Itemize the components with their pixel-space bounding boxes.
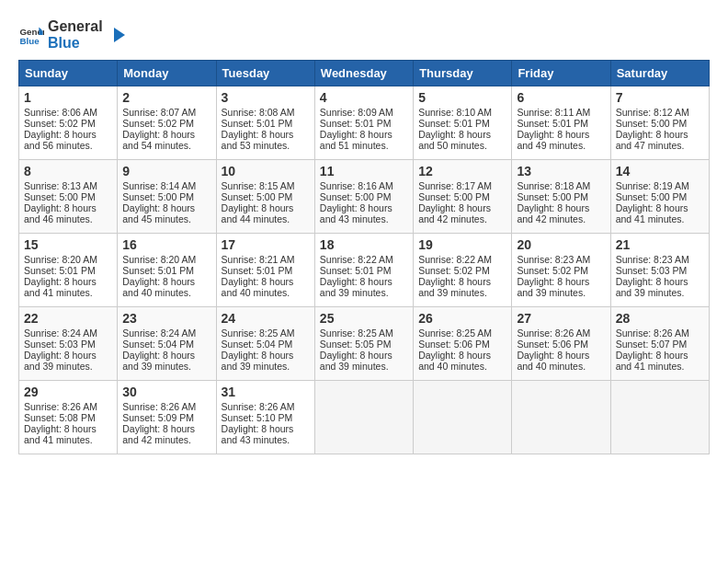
daylight-text: Daylight: 8 hours and 40 minutes. xyxy=(222,276,294,298)
day-number: 20 xyxy=(517,237,605,252)
sunset-text: Sunset: 5:02 PM xyxy=(122,118,194,129)
col-header-monday: Monday xyxy=(118,61,216,86)
sunset-text: Sunset: 5:01 PM xyxy=(222,265,293,276)
sunrise-text: Sunrise: 8:12 AM xyxy=(616,107,689,118)
day-number: 25 xyxy=(320,311,408,326)
daylight-text: Daylight: 8 hours and 41 minutes. xyxy=(24,423,97,445)
daylight-text: Daylight: 8 hours and 53 minutes. xyxy=(222,129,294,151)
sunrise-text: Sunrise: 8:11 AM xyxy=(517,107,590,118)
sunrise-text: Sunrise: 8:20 AM xyxy=(122,254,196,265)
sunrise-text: Sunrise: 8:22 AM xyxy=(320,254,393,265)
daylight-text: Daylight: 8 hours and 39 minutes. xyxy=(122,350,195,372)
logo-blue: Blue xyxy=(48,35,103,52)
day-number: 2 xyxy=(122,90,210,105)
sunset-text: Sunset: 5:02 PM xyxy=(517,265,588,276)
sunrise-text: Sunrise: 8:26 AM xyxy=(517,327,590,339)
calendar-cell: 21Sunrise: 8:23 AMSunset: 5:03 PMDayligh… xyxy=(610,234,709,307)
sunset-text: Sunset: 5:06 PM xyxy=(418,339,490,350)
calendar-week-row: 22Sunrise: 8:24 AMSunset: 5:03 PMDayligh… xyxy=(19,307,710,381)
sunset-text: Sunset: 5:01 PM xyxy=(320,118,392,129)
sunset-text: Sunset: 5:06 PM xyxy=(517,339,588,350)
calendar-cell: 27Sunrise: 8:26 AMSunset: 5:06 PMDayligh… xyxy=(512,307,610,381)
col-header-tuesday: Tuesday xyxy=(216,61,314,86)
sunset-text: Sunset: 5:08 PM xyxy=(24,412,96,423)
calendar-cell xyxy=(414,381,512,454)
daylight-text: Daylight: 8 hours and 39 minutes. xyxy=(222,350,294,372)
calendar-cell: 23Sunrise: 8:24 AMSunset: 5:04 PMDayligh… xyxy=(118,307,216,381)
sunset-text: Sunset: 5:02 PM xyxy=(418,265,490,276)
daylight-text: Daylight: 8 hours and 40 minutes. xyxy=(418,350,491,372)
col-header-thursday: Thursday xyxy=(414,61,512,86)
logo: General Blue General Blue xyxy=(18,18,129,51)
calendar-cell: 3Sunrise: 8:08 AMSunset: 5:01 PMDaylight… xyxy=(216,86,314,160)
sunrise-text: Sunrise: 8:19 AM xyxy=(616,180,689,191)
daylight-text: Daylight: 8 hours and 44 minutes. xyxy=(222,202,294,224)
day-number: 26 xyxy=(418,311,506,326)
sunset-text: Sunset: 5:00 PM xyxy=(517,191,588,202)
day-number: 4 xyxy=(320,90,408,105)
daylight-text: Daylight: 8 hours and 39 minutes. xyxy=(517,276,589,298)
daylight-text: Daylight: 8 hours and 42 minutes. xyxy=(122,423,195,445)
calendar-week-row: 15Sunrise: 8:20 AMSunset: 5:01 PMDayligh… xyxy=(19,234,710,307)
sunrise-text: Sunrise: 8:06 AM xyxy=(24,107,97,118)
daylight-text: Daylight: 8 hours and 56 minutes. xyxy=(24,129,97,151)
sunrise-text: Sunrise: 8:18 AM xyxy=(517,180,590,191)
sunrise-text: Sunrise: 8:25 AM xyxy=(222,327,295,339)
sunset-text: Sunset: 5:09 PM xyxy=(122,412,194,423)
calendar-cell: 5Sunrise: 8:10 AMSunset: 5:01 PMDaylight… xyxy=(414,86,512,160)
calendar-cell: 29Sunrise: 8:26 AMSunset: 5:08 PMDayligh… xyxy=(19,381,118,454)
calendar-cell: 1Sunrise: 8:06 AMSunset: 5:02 PMDaylight… xyxy=(19,86,118,160)
day-number: 9 xyxy=(122,164,210,178)
day-number: 17 xyxy=(222,237,310,252)
day-number: 13 xyxy=(517,164,605,178)
daylight-text: Daylight: 8 hours and 43 minutes. xyxy=(222,423,294,445)
sunset-text: Sunset: 5:01 PM xyxy=(517,118,588,129)
sunset-text: Sunset: 5:03 PM xyxy=(24,339,96,350)
sunset-text: Sunset: 5:01 PM xyxy=(222,118,293,129)
calendar-cell: 16Sunrise: 8:20 AMSunset: 5:01 PMDayligh… xyxy=(118,234,216,307)
sunrise-text: Sunrise: 8:08 AM xyxy=(222,107,295,118)
daylight-text: Daylight: 8 hours and 39 minutes. xyxy=(320,350,392,372)
day-number: 30 xyxy=(122,385,210,399)
daylight-text: Daylight: 8 hours and 45 minutes. xyxy=(122,202,195,224)
logo-arrow-icon xyxy=(107,24,129,46)
calendar-cell: 17Sunrise: 8:21 AMSunset: 5:01 PMDayligh… xyxy=(216,234,314,307)
calendar-cell: 6Sunrise: 8:11 AMSunset: 5:01 PMDaylight… xyxy=(512,86,610,160)
daylight-text: Daylight: 8 hours and 39 minutes. xyxy=(418,276,491,298)
col-header-sunday: Sunday xyxy=(19,61,118,86)
sunset-text: Sunset: 5:10 PM xyxy=(222,412,293,423)
calendar-cell xyxy=(610,381,709,454)
daylight-text: Daylight: 8 hours and 41 minutes. xyxy=(24,276,97,298)
day-number: 27 xyxy=(517,311,605,326)
calendar-cell: 10Sunrise: 8:15 AMSunset: 5:00 PMDayligh… xyxy=(216,160,314,234)
calendar-cell: 13Sunrise: 8:18 AMSunset: 5:00 PMDayligh… xyxy=(512,160,610,234)
sunrise-text: Sunrise: 8:17 AM xyxy=(418,180,492,191)
day-number: 6 xyxy=(517,90,605,105)
daylight-text: Daylight: 8 hours and 39 minutes. xyxy=(320,276,392,298)
day-number: 1 xyxy=(24,90,112,105)
sunset-text: Sunset: 5:00 PM xyxy=(222,191,293,202)
sunrise-text: Sunrise: 8:26 AM xyxy=(222,401,295,412)
sunset-text: Sunset: 5:04 PM xyxy=(222,339,293,350)
sunrise-text: Sunrise: 8:25 AM xyxy=(418,327,492,339)
sunset-text: Sunset: 5:07 PM xyxy=(616,339,688,350)
calendar-cell: 8Sunrise: 8:13 AMSunset: 5:00 PMDaylight… xyxy=(19,160,118,234)
sunset-text: Sunset: 5:00 PM xyxy=(418,191,490,202)
day-number: 18 xyxy=(320,237,408,252)
sunrise-text: Sunrise: 8:23 AM xyxy=(517,254,590,265)
sunset-text: Sunset: 5:03 PM xyxy=(616,265,688,276)
daylight-text: Daylight: 8 hours and 50 minutes. xyxy=(418,129,491,151)
sunrise-text: Sunrise: 8:16 AM xyxy=(320,180,393,191)
day-number: 19 xyxy=(418,237,506,252)
sunset-text: Sunset: 5:04 PM xyxy=(122,339,194,350)
daylight-text: Daylight: 8 hours and 40 minutes. xyxy=(122,276,195,298)
daylight-text: Daylight: 8 hours and 46 minutes. xyxy=(24,202,97,224)
sunrise-text: Sunrise: 8:22 AM xyxy=(418,254,492,265)
daylight-text: Daylight: 8 hours and 43 minutes. xyxy=(320,202,392,224)
calendar-cell xyxy=(314,381,413,454)
sunset-text: Sunset: 5:01 PM xyxy=(122,265,194,276)
sunset-text: Sunset: 5:00 PM xyxy=(616,191,688,202)
svg-marker-4 xyxy=(114,28,125,42)
calendar-week-row: 29Sunrise: 8:26 AMSunset: 5:08 PMDayligh… xyxy=(19,381,710,454)
calendar-cell: 19Sunrise: 8:22 AMSunset: 5:02 PMDayligh… xyxy=(414,234,512,307)
